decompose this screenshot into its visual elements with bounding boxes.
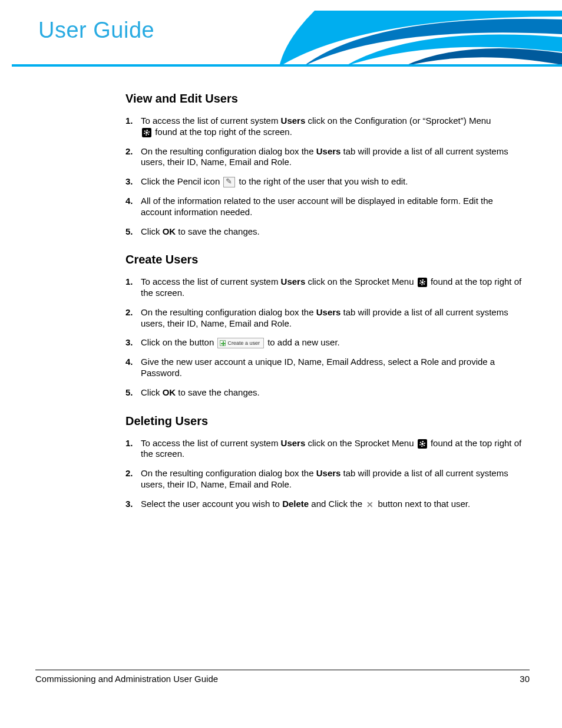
list-item: 2. On the resulting configuration dialog… (125, 307, 526, 330)
list-number: 3. (125, 176, 141, 187)
header-swoosh-graphic (279, 11, 562, 67)
delete-list: 1. To access the list of current system … (125, 438, 526, 510)
sprocket-icon (142, 128, 151, 137)
list-body: Click OK to save the changes. (141, 387, 526, 398)
list-body: Click OK to save the changes. (141, 226, 526, 238)
list-number: 2. (125, 307, 141, 318)
list-item: 2. On the resulting configuration dialog… (125, 468, 526, 490)
list-number: 1. (125, 116, 141, 127)
sprocket-icon (418, 278, 427, 287)
plus-icon (220, 340, 226, 346)
list-item: 1. To access the list of current system … (125, 438, 526, 460)
list-body: On the resulting configuration dialog bo… (141, 146, 526, 169)
header-rule (12, 64, 562, 67)
list-item: 1. To access the list of current system … (125, 276, 526, 299)
list-body: Select the user account you wish to Dele… (141, 499, 526, 510)
delete-x-icon (366, 500, 374, 509)
create-user-button-icon: Create a user (217, 338, 264, 348)
list-number: 3. (125, 337, 141, 348)
list-body: Give the new user account a unique ID, N… (141, 357, 526, 379)
list-number: 5. (125, 226, 141, 238)
list-body: On the resulting configuration dialog bo… (141, 468, 526, 490)
list-body: All of the information related to the us… (141, 196, 526, 218)
list-body: On the resulting configuration dialog bo… (141, 307, 526, 330)
list-item: 4. All of the information related to the… (125, 196, 526, 218)
page-header: User Guide (0, 0, 562, 68)
list-number: 1. (125, 438, 141, 449)
sprocket-icon (418, 439, 427, 449)
list-number: 2. (125, 468, 141, 479)
section-heading-delete: Deleting Users (125, 414, 526, 429)
list-body: Click on the button Create a user to add… (141, 337, 526, 348)
list-item: 3. Click on the button Create a user to … (125, 337, 526, 348)
list-item: 5. Click OK to save the changes. (125, 226, 526, 238)
main-content: View and Edit Users 1. To access the lis… (125, 91, 526, 518)
section-heading-view-edit: View and Edit Users (125, 91, 526, 106)
list-number: 4. (125, 196, 141, 207)
list-item: 1. To access the list of current system … (125, 116, 526, 138)
list-number: 4. (125, 357, 141, 368)
list-item: 3. Click the Pencil icon to the right of… (125, 176, 526, 187)
page-footer: Commissioning and Administration User Gu… (35, 670, 530, 684)
list-item: 4. Give the new user account a unique ID… (125, 357, 526, 379)
footer-title: Commissioning and Administration User Gu… (35, 674, 218, 684)
footer-page-number: 30 (520, 674, 530, 684)
header-title: User Guide (38, 18, 154, 43)
pencil-icon (223, 177, 235, 187)
list-body: To access the list of current system Use… (141, 438, 526, 460)
footer-rule (35, 670, 530, 670)
list-number: 1. (125, 276, 141, 288)
list-item: 5. Click OK to save the changes. (125, 387, 526, 398)
list-item: 3. Select the user account you wish to D… (125, 499, 526, 510)
list-body: Click the Pencil icon to the right of th… (141, 176, 526, 187)
section-heading-create: Create Users (125, 252, 526, 267)
list-number: 2. (125, 146, 141, 157)
list-number: 3. (125, 499, 141, 510)
list-item: 2. On the resulting configuration dialog… (125, 146, 526, 169)
list-body: To access the list of current system Use… (141, 116, 526, 138)
create-list: 1. To access the list of current system … (125, 276, 526, 398)
list-body: To access the list of current system Use… (141, 276, 526, 299)
view-edit-list: 1. To access the list of current system … (125, 116, 526, 237)
list-number: 5. (125, 387, 141, 398)
